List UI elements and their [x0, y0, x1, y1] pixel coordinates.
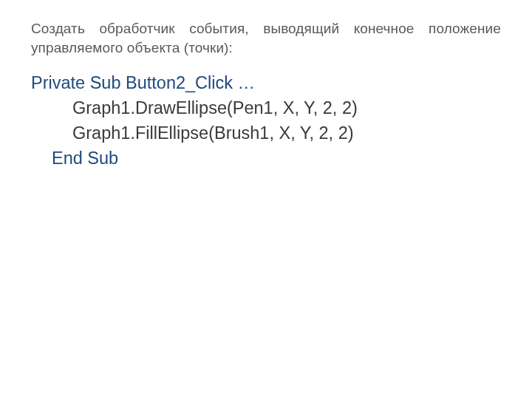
task-description: Создать обработчик события, выводящий ко…	[31, 19, 501, 57]
code-line-end-sub: End Sub	[52, 146, 501, 171]
code-line-fill-ellipse: Graph1.FillEllipse(Brush1, X, Y, 2, 2)	[72, 120, 501, 146]
code-block: Private Sub Button2_Click … Graph1.DrawE…	[31, 70, 501, 171]
task-description-text: Создать обработчик события, выводящий ко…	[31, 21, 501, 55]
code-line-sub-declaration: Private Sub Button2_Click …	[31, 70, 501, 95]
code-line-draw-ellipse: Graph1.DrawEllipse(Pen1, X, Y, 2, 2)	[72, 95, 501, 120]
